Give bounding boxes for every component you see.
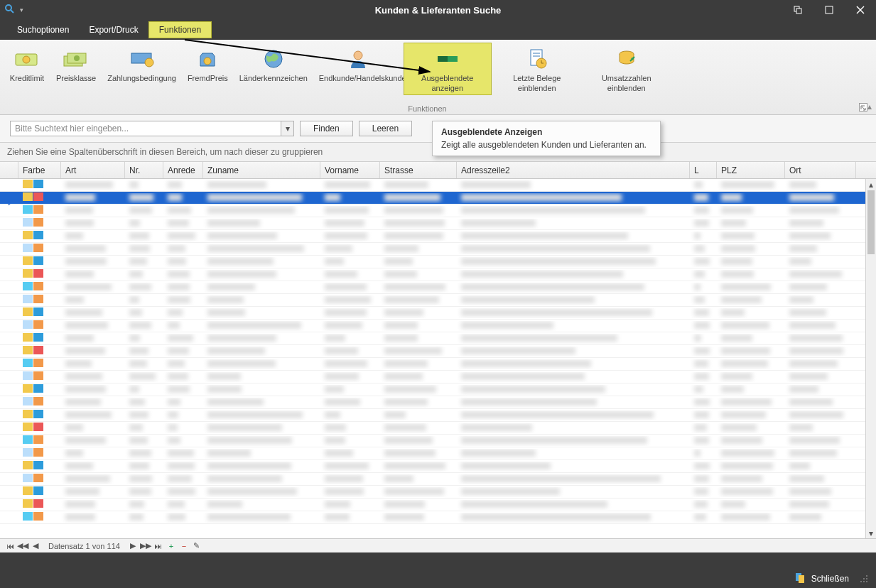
menu-suchoptionen[interactable]: Suchoptionen xyxy=(7,22,79,38)
table-row[interactable] xyxy=(0,499,876,511)
close-icon[interactable] xyxy=(845,0,876,20)
nav-prev-page-icon[interactable]: ◀◀ xyxy=(17,541,28,550)
menu-export-druck[interactable]: Export/Druck xyxy=(79,22,148,38)
scroll-down-icon[interactable]: ▾ xyxy=(866,528,876,538)
vertical-scrollbar[interactable]: ▴ ▾ xyxy=(865,179,876,538)
cell xyxy=(785,193,856,203)
table-row[interactable] xyxy=(0,307,876,320)
table-row[interactable] xyxy=(0,268,876,281)
cell xyxy=(18,435,61,446)
table-row[interactable] xyxy=(0,511,876,524)
column-header[interactable]: Vorname xyxy=(320,162,380,178)
grid-body[interactable]: ➔ xyxy=(0,179,876,538)
table-row[interactable] xyxy=(0,447,876,460)
table-row[interactable] xyxy=(0,256,876,268)
cell xyxy=(18,423,61,433)
column-header[interactable]: PLZ xyxy=(717,162,785,178)
ribbon-laenderkennzeichen[interactable]: Länderkennzeichen xyxy=(234,43,313,95)
ribbon-umsatzzahlen[interactable]: Umsatzzahlen einblenden xyxy=(583,43,671,95)
table-row[interactable] xyxy=(0,473,876,486)
close-button[interactable]: Schließen xyxy=(811,574,849,584)
nav-next-icon[interactable]: ▶ xyxy=(127,541,139,550)
restore-icon[interactable] xyxy=(782,0,813,20)
table-row[interactable] xyxy=(0,243,876,256)
table-row[interactable] xyxy=(0,217,876,230)
table-row[interactable] xyxy=(0,332,876,345)
table-row[interactable] xyxy=(0,371,876,383)
nav-edit-icon[interactable]: ✎ xyxy=(191,541,202,550)
table-row[interactable]: ➔ xyxy=(0,192,876,205)
nav-delete-icon[interactable]: − xyxy=(178,542,190,550)
table-row[interactable] xyxy=(0,294,876,307)
table-row[interactable] xyxy=(0,205,876,217)
resize-grip-icon[interactable] xyxy=(859,574,869,584)
ribbon-letzte-belege[interactable]: Letzte Belege einblenden xyxy=(493,43,581,95)
column-header[interactable]: Anrede xyxy=(163,162,203,178)
search-input[interactable]: Bitte Suchtext hier eingeben... ▾ xyxy=(10,121,294,136)
column-header[interactable]: Adresszeile2 xyxy=(457,162,690,178)
table-row[interactable] xyxy=(0,179,876,192)
table-row[interactable] xyxy=(0,281,876,294)
cell xyxy=(785,180,856,190)
table-row[interactable] xyxy=(0,396,876,409)
table-row[interactable] xyxy=(0,383,876,396)
column-header[interactable]: Strasse xyxy=(380,162,457,178)
cell xyxy=(18,295,61,305)
table-row[interactable] xyxy=(0,345,876,358)
quick-access-dropdown-icon[interactable]: ▾ xyxy=(20,6,23,13)
table-row[interactable] xyxy=(0,460,876,473)
cell xyxy=(18,218,61,229)
ribbon-ausgeblendete-anzeigen[interactable]: Ausgeblendete anzeigen xyxy=(404,43,492,95)
nav-next-page-icon[interactable]: ▶▶ xyxy=(140,541,151,550)
table-row[interactable] xyxy=(0,409,876,422)
nav-add-icon[interactable]: + xyxy=(166,542,177,550)
svg-point-34 xyxy=(866,581,867,582)
cell xyxy=(457,232,690,241)
scroll-thumb[interactable] xyxy=(867,190,875,254)
cell xyxy=(457,219,690,229)
cell xyxy=(690,347,717,356)
svg-point-32 xyxy=(860,581,862,582)
nav-prev-icon[interactable]: ◀ xyxy=(30,541,41,550)
table-row[interactable] xyxy=(0,230,876,243)
cell xyxy=(717,513,785,523)
nav-last-icon[interactable]: ⏭ xyxy=(153,542,164,550)
ribbon-collapse-icon[interactable]: ▴ xyxy=(867,102,872,111)
table-row[interactable] xyxy=(0,320,876,332)
ribbon-preisklasse[interactable]: Preisklasse xyxy=(51,43,101,95)
cell xyxy=(320,385,380,395)
cell xyxy=(203,385,320,395)
column-header[interactable]: Nr. xyxy=(125,162,163,178)
cell xyxy=(18,282,61,293)
cell xyxy=(457,359,690,369)
table-row[interactable] xyxy=(0,486,876,499)
table-row[interactable] xyxy=(0,422,876,435)
cell xyxy=(380,308,457,318)
cell xyxy=(61,206,125,216)
menubar: Suchoptionen Export/Druck Funktionen xyxy=(0,20,876,40)
clear-button[interactable]: Leeren xyxy=(359,121,412,136)
ribbon-zahlungsbedingung[interactable]: Zahlungsbedingung xyxy=(102,43,181,95)
find-button[interactable]: Finden xyxy=(300,121,353,136)
ribbon-endkunde-handelskunde[interactable]: Endkunde/Handelskunde xyxy=(314,43,402,95)
cell xyxy=(785,474,856,484)
cell xyxy=(690,359,717,369)
ribbon-dialog-launcher-icon[interactable] xyxy=(859,103,867,111)
maximize-icon[interactable] xyxy=(813,0,845,20)
search-dropdown-icon[interactable]: ▾ xyxy=(281,121,293,136)
ribbon-kreditlimit[interactable]: Kreditlimit xyxy=(4,43,50,95)
nav-first-icon[interactable]: ⏮ xyxy=(4,542,16,550)
menu-funktionen[interactable]: Funktionen xyxy=(148,21,212,38)
ribbon-fremdpreis[interactable]: FremdPreis xyxy=(183,43,233,95)
scroll-up-icon[interactable]: ▴ xyxy=(866,179,876,190)
table-row[interactable] xyxy=(0,358,876,371)
column-header[interactable]: Farbe xyxy=(18,162,61,178)
column-header[interactable]: L xyxy=(690,162,717,178)
table-row[interactable] xyxy=(0,435,876,447)
cell xyxy=(61,385,125,395)
cell xyxy=(690,270,717,280)
column-header[interactable]: Ort xyxy=(785,162,856,178)
row-selector-header[interactable] xyxy=(0,162,18,178)
column-header[interactable]: Zuname xyxy=(203,162,320,178)
column-header[interactable]: Art xyxy=(61,162,125,178)
